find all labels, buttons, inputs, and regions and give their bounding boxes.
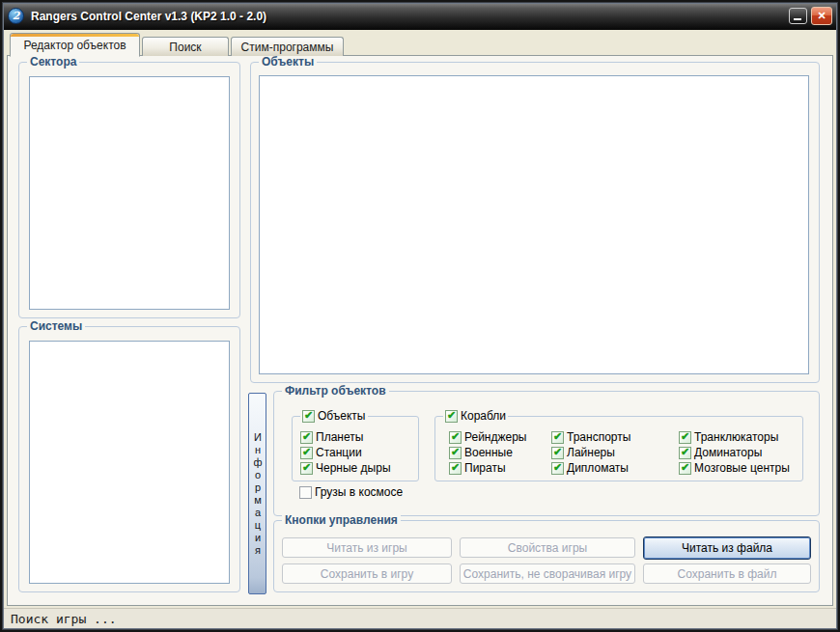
checkbox-cargo-in-space[interactable]: Грузы в космосе (299, 485, 403, 499)
filter-objects-caption[interactable]: Объекты (300, 409, 368, 423)
checkbox-stations-label: Станции (316, 446, 362, 459)
checkbox-ships-icon (445, 410, 458, 423)
checkbox-tranclucators-icon (679, 431, 691, 444)
checkbox-black-holes[interactable]: Черные дыры (300, 461, 391, 475)
minimize-icon (794, 18, 801, 20)
control-buttons-groupbox-label: Кнопки управления (282, 513, 401, 527)
checkbox-dominators[interactable]: Доминаторы (679, 446, 762, 459)
save-to-game-button[interactable]: Сохранить в игру (282, 563, 452, 584)
objects-listbox[interactable] (259, 75, 809, 374)
sectors-groupbox-label: Сектора (27, 55, 79, 69)
information-button[interactable]: Информация (248, 393, 266, 594)
save-to-file-button[interactable]: Сохранить в файл (643, 563, 811, 584)
tab-strip: Редактор объектов Поиск Стим-программы (10, 32, 344, 56)
app-window: 2 Rangers Control Center v1.3 (KP2 1.0 -… (0, 0, 840, 632)
checkbox-planets-icon (300, 431, 313, 444)
checkbox-diplomats[interactable]: Дипломаты (551, 461, 629, 475)
tab-stim-programs[interactable]: Стим-программы (231, 37, 344, 56)
checkbox-liners[interactable]: Лайнеры (551, 446, 615, 459)
systems-groupbox: Системы (18, 326, 240, 592)
checkbox-dominators-icon (679, 447, 691, 459)
checkbox-cargo-in-space-icon (299, 486, 312, 499)
read-from-file-button[interactable]: Читать из файла (643, 536, 811, 560)
systems-groupbox-label: Системы (27, 319, 85, 333)
checkbox-objects-label: Объекты (318, 409, 366, 423)
control-buttons-groupbox: Кнопки управления Читать из игры Свойств… (273, 520, 820, 592)
systems-listbox[interactable] (29, 341, 230, 584)
checkbox-military[interactable]: Военные (449, 446, 513, 459)
close-button[interactable]: ✕ (811, 7, 832, 25)
checkbox-tranclucators[interactable]: Транклюкаторы (679, 430, 778, 444)
checkbox-objects-icon (302, 410, 315, 423)
filter-ships-caption[interactable]: Корабли (443, 409, 508, 423)
save-without-minimizing-button[interactable]: Сохранить, не сворачивая игру (460, 563, 635, 584)
checkbox-rangers-icon (449, 431, 462, 444)
checkbox-ships-label: Корабли (461, 409, 506, 423)
checkbox-transports[interactable]: Транспорты (551, 430, 630, 444)
checkbox-brain-centers[interactable]: Мозговые центры (679, 461, 790, 475)
titlebar-buttons: ✕ (789, 7, 832, 25)
game-properties-button[interactable]: Свойства игры (460, 537, 635, 558)
title-bar[interactable]: 2 Rangers Control Center v1.3 (KP2 1.0 -… (2, 2, 838, 30)
checkbox-liners-icon (551, 447, 564, 459)
read-from-game-button[interactable]: Читать из игры (282, 537, 452, 558)
checkbox-brain-centers-label: Мозговые центры (694, 461, 790, 475)
checkbox-transports-label: Транспорты (567, 430, 630, 444)
checkbox-pirates-icon (449, 462, 462, 475)
checkbox-liners-label: Лайнеры (567, 446, 615, 459)
checkbox-dominators-label: Доминаторы (694, 446, 762, 459)
checkbox-tranclucators-label: Транклюкаторы (694, 430, 778, 444)
checkbox-stations-icon (300, 447, 313, 459)
checkbox-black-holes-label: Черные дыры (316, 461, 391, 475)
tab-page-object-editor: Сектора Системы Объекты Информация Фильт… (7, 55, 833, 606)
checkbox-military-label: Военные (464, 446, 513, 459)
checkbox-brain-centers-icon (679, 462, 691, 475)
checkbox-diplomats-icon (551, 462, 564, 475)
status-bar: Поиск игры ... (3, 608, 837, 628)
sectors-groupbox: Сектора (18, 62, 240, 318)
objects-groupbox: Объекты (250, 62, 820, 383)
checkbox-planets-label: Планеты (316, 430, 363, 444)
object-filter-groupbox: Фильтр объектов Объекты Планеты Станции (273, 391, 820, 516)
checkbox-diplomats-label: Дипломаты (567, 461, 629, 475)
information-button-label: Информация (249, 431, 266, 557)
checkbox-rangers-label: Рейнджеры (464, 430, 526, 444)
checkbox-planets[interactable]: Планеты (300, 430, 363, 444)
filter-ships-subgroup: Корабли Рейнджеры Военные Пираты Транспо… (434, 416, 803, 481)
sectors-listbox[interactable] (29, 76, 230, 310)
app-icon: 2 (8, 8, 24, 24)
status-text: Поиск игры ... (11, 612, 117, 626)
checkbox-cargo-in-space-label: Грузы в космосе (315, 485, 403, 499)
filter-objects-subgroup: Объекты Планеты Станции Черные дыры (292, 416, 419, 481)
object-filter-groupbox-label: Фильтр объектов (282, 384, 389, 398)
tab-object-editor[interactable]: Редактор объектов (10, 33, 140, 57)
window-title: Rangers Control Center v1.3 (KP2 1.0 - 2… (31, 10, 266, 23)
objects-groupbox-label: Объекты (259, 55, 317, 69)
tab-search[interactable]: Поиск (142, 37, 229, 56)
checkbox-rangers[interactable]: Рейнджеры (449, 430, 526, 444)
checkbox-pirates-label: Пираты (464, 461, 506, 475)
checkbox-stations[interactable]: Станции (300, 446, 362, 459)
checkbox-pirates[interactable]: Пираты (449, 461, 506, 475)
checkbox-black-holes-icon (300, 462, 313, 475)
checkbox-transports-icon (551, 431, 564, 444)
checkbox-military-icon (449, 447, 462, 459)
minimize-button[interactable] (789, 8, 807, 24)
